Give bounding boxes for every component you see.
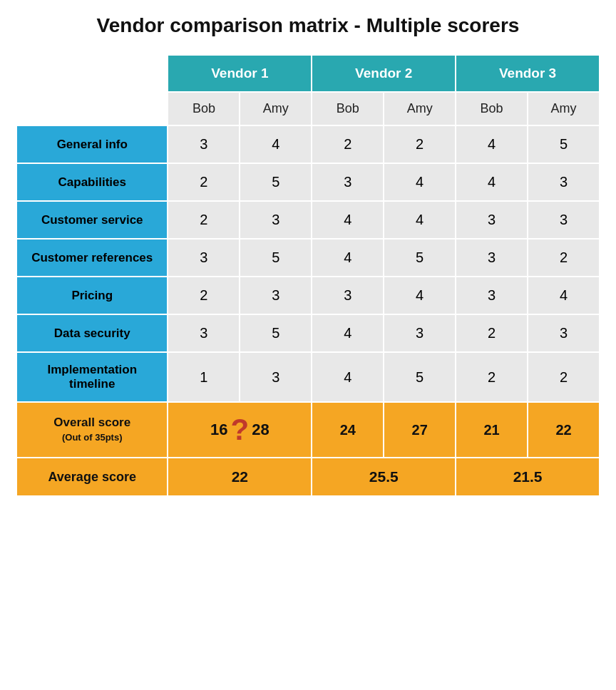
question-mark-icon: ? bbox=[231, 413, 250, 447]
vendor-header-row: Vendor 1 Vendor 2 Vendor 3 bbox=[16, 55, 600, 92]
page-title: Vendor comparison matrix - Multiple scor… bbox=[14, 14, 602, 37]
comparison-matrix: Vendor 1 Vendor 2 Vendor 3 Bob Amy Bob A… bbox=[16, 54, 600, 497]
score-cell-2-0: 2 bbox=[168, 201, 240, 239]
score-cell-5-2: 4 bbox=[312, 314, 384, 352]
overall-v2-0: 24 bbox=[312, 402, 384, 458]
score-cell-3-0: 3 bbox=[168, 239, 240, 277]
category-row-1: Capabilities253443 bbox=[16, 163, 600, 201]
overall-v2-1: 27 bbox=[384, 402, 456, 458]
score-cell-2-4: 3 bbox=[456, 201, 528, 239]
score-cell-2-1: 3 bbox=[240, 201, 312, 239]
category-row-5: Data security354323 bbox=[16, 314, 600, 352]
v2-amy-header: Amy bbox=[384, 92, 456, 125]
category-label-5: Data security bbox=[16, 314, 168, 352]
vendor3-header: Vendor 3 bbox=[456, 55, 600, 92]
score-cell-6-4: 2 bbox=[456, 352, 528, 402]
overall-v1-bob: 16 bbox=[210, 421, 227, 439]
score-cell-1-2: 3 bbox=[312, 163, 384, 201]
score-cell-0-1: 4 bbox=[240, 125, 312, 163]
score-cell-4-1: 3 bbox=[240, 277, 312, 314]
empty-header bbox=[16, 55, 168, 92]
overall-v3-1: 22 bbox=[528, 402, 600, 458]
average-vendor-2: 21.5 bbox=[456, 458, 600, 496]
score-cell-0-4: 4 bbox=[456, 125, 528, 163]
score-cell-1-4: 4 bbox=[456, 163, 528, 201]
score-cell-1-3: 4 bbox=[384, 163, 456, 201]
score-cell-6-3: 5 bbox=[384, 352, 456, 402]
score-cell-6-5: 2 bbox=[528, 352, 600, 402]
score-cell-5-0: 3 bbox=[168, 314, 240, 352]
overall-subtitle: (Out of 35pts) bbox=[62, 432, 123, 443]
category-row-2: Customer service234433 bbox=[16, 201, 600, 239]
v1-bob-header: Bob bbox=[168, 92, 240, 125]
score-cell-4-3: 4 bbox=[384, 277, 456, 314]
score-cell-6-2: 4 bbox=[312, 352, 384, 402]
score-cell-4-4: 3 bbox=[456, 277, 528, 314]
score-cell-4-2: 3 bbox=[312, 277, 384, 314]
overall-row: Overall score(Out of 35pts)16?2824272122 bbox=[16, 402, 600, 458]
score-cell-5-5: 3 bbox=[528, 314, 600, 352]
score-cell-4-5: 4 bbox=[528, 277, 600, 314]
overall-v3-0: 21 bbox=[456, 402, 528, 458]
v3-amy-header: Amy bbox=[528, 92, 600, 125]
score-cell-2-5: 3 bbox=[528, 201, 600, 239]
average-vendor-1: 25.5 bbox=[312, 458, 456, 496]
score-cell-6-0: 1 bbox=[168, 352, 240, 402]
score-cell-3-3: 5 bbox=[384, 239, 456, 277]
category-label-4: Pricing bbox=[16, 277, 168, 314]
scorer-header-row: Bob Amy Bob Amy Bob Amy bbox=[16, 92, 600, 125]
score-cell-5-1: 5 bbox=[240, 314, 312, 352]
overall-label: Overall score bbox=[53, 416, 130, 429]
score-cell-5-3: 3 bbox=[384, 314, 456, 352]
category-label-3: Customer references bbox=[16, 239, 168, 277]
score-cell-0-0: 3 bbox=[168, 125, 240, 163]
category-row-3: Customer references354532 bbox=[16, 239, 600, 277]
score-cell-3-2: 4 bbox=[312, 239, 384, 277]
average-vendor-0: 22 bbox=[168, 458, 312, 496]
score-cell-0-2: 2 bbox=[312, 125, 384, 163]
score-cell-6-1: 3 bbox=[240, 352, 312, 402]
category-label-2: Customer service bbox=[16, 201, 168, 239]
score-cell-0-3: 2 bbox=[384, 125, 456, 163]
score-cell-1-1: 5 bbox=[240, 163, 312, 201]
score-cell-3-4: 3 bbox=[456, 239, 528, 277]
category-row-4: Pricing233434 bbox=[16, 277, 600, 314]
category-label-6: Implementation timeline bbox=[16, 352, 168, 402]
average-row: Average score2225.521.5 bbox=[16, 458, 600, 496]
v2-bob-header: Bob bbox=[312, 92, 384, 125]
score-cell-4-0: 2 bbox=[168, 277, 240, 314]
score-cell-3-1: 5 bbox=[240, 239, 312, 277]
overall-v1: 16?28 bbox=[168, 402, 312, 458]
category-label-1: Capabilities bbox=[16, 163, 168, 201]
vendor1-header: Vendor 1 bbox=[168, 55, 312, 92]
category-row-0: General info342245 bbox=[16, 125, 600, 163]
vendor2-header: Vendor 2 bbox=[312, 55, 456, 92]
overall-v1-amy: 28 bbox=[252, 421, 269, 439]
category-label-0: General info bbox=[16, 125, 168, 163]
v3-bob-header: Bob bbox=[456, 92, 528, 125]
score-cell-3-5: 2 bbox=[528, 239, 600, 277]
score-cell-5-4: 2 bbox=[456, 314, 528, 352]
score-cell-1-5: 3 bbox=[528, 163, 600, 201]
score-cell-0-5: 5 bbox=[528, 125, 600, 163]
score-cell-2-3: 4 bbox=[384, 201, 456, 239]
average-label: Average score bbox=[16, 458, 168, 496]
category-row-6: Implementation timeline134522 bbox=[16, 352, 600, 402]
score-cell-1-0: 2 bbox=[168, 163, 240, 201]
v1-amy-header: Amy bbox=[240, 92, 312, 125]
empty-scorer bbox=[16, 92, 168, 125]
score-cell-2-2: 4 bbox=[312, 201, 384, 239]
